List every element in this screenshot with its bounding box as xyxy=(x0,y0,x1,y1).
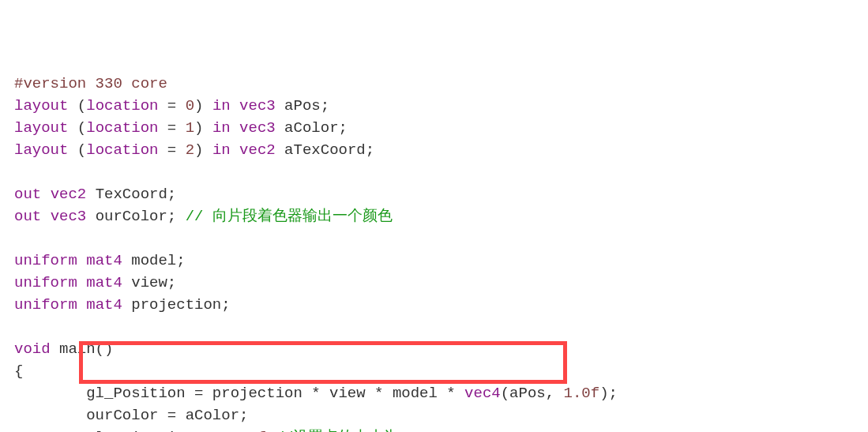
code-token: ) xyxy=(194,97,212,115)
code-token: ( xyxy=(68,141,86,159)
code-token xyxy=(77,296,86,314)
code-line[interactable]: layout (location = 0) in vec3 aPos; xyxy=(14,95,854,117)
code-token: gl_Position = projection * view * model … xyxy=(14,385,464,402)
code-token: 1.0f xyxy=(564,385,600,402)
code-token: location xyxy=(86,97,158,115)
code-token: uniform xyxy=(14,296,77,314)
code-token: 10.0f xyxy=(221,429,266,432)
code-line[interactable]: uniform mat4 projection; xyxy=(14,294,854,316)
code-token: = xyxy=(158,97,185,115)
code-token: uniform xyxy=(14,274,77,291)
code-token: layout xyxy=(14,141,68,159)
code-token: vec2 xyxy=(239,141,276,159)
code-token xyxy=(41,186,50,203)
code-token: vec2 xyxy=(51,186,87,203)
code-token: ; xyxy=(266,429,275,432)
code-token: projection; xyxy=(122,296,231,314)
code-line[interactable]: ourColor = aColor; xyxy=(14,404,854,426)
code-token: void xyxy=(14,340,51,358)
code-line[interactable]: gl_PointSize = 10.0f;//设置点的大小为10 xyxy=(14,426,854,432)
code-token: (aPos, xyxy=(501,385,564,402)
code-token: mat4 xyxy=(86,252,122,269)
code-editor[interactable]: #version 330 corelayout (location = 0) i… xyxy=(14,6,854,432)
code-token: layout xyxy=(14,97,68,115)
code-line[interactable]: gl_Position = projection * view * model … xyxy=(14,382,854,404)
code-token xyxy=(77,252,86,269)
code-token: ourColor = aColor; xyxy=(14,407,248,424)
code-token: location xyxy=(86,119,158,137)
code-line[interactable]: out vec3 ourColor; // 向片段着色器输出一个颜色 xyxy=(14,205,854,227)
code-token: = xyxy=(158,119,185,137)
code-token: ourColor; xyxy=(86,208,185,225)
code-token xyxy=(77,274,86,291)
code-token: mat4 xyxy=(86,274,122,291)
code-token xyxy=(231,119,239,137)
code-token: gl_PointSize = xyxy=(14,429,221,432)
code-line[interactable]: void main() xyxy=(14,338,854,360)
code-token: 1 xyxy=(186,119,194,137)
code-token: vec3 xyxy=(239,97,276,115)
code-token: vec3 xyxy=(51,208,87,225)
code-token: in xyxy=(212,97,231,115)
code-line[interactable]: layout (location = 2) in vec2 aTexCoord; xyxy=(14,139,854,161)
code-line[interactable]: #version 330 core xyxy=(14,73,854,95)
code-token xyxy=(41,208,50,225)
code-token: ( xyxy=(68,97,86,115)
code-token: mat4 xyxy=(86,296,122,314)
code-token: //设置点的大小为10 xyxy=(276,429,417,432)
code-line[interactable]: uniform mat4 view; xyxy=(14,272,854,294)
code-token: view; xyxy=(122,274,176,291)
code-token: ); xyxy=(599,385,618,402)
code-token xyxy=(231,97,239,115)
code-token: in xyxy=(212,141,231,159)
code-token: in xyxy=(212,119,231,137)
code-token: TexCoord; xyxy=(86,186,176,203)
code-token: 2 xyxy=(186,141,194,159)
code-token: location xyxy=(86,141,158,159)
code-token: #version 330 core xyxy=(14,75,167,92)
code-line[interactable]: layout (location = 1) in vec3 aColor; xyxy=(14,117,854,139)
code-token: vec3 xyxy=(239,119,276,137)
code-token: aPos; xyxy=(276,97,329,115)
code-token: ) xyxy=(194,141,212,159)
code-token: { xyxy=(14,363,23,380)
code-token: out xyxy=(14,186,41,203)
code-token: ) xyxy=(194,119,212,137)
code-line[interactable] xyxy=(14,161,854,183)
code-token: = xyxy=(158,141,185,159)
code-token: main() xyxy=(51,340,114,358)
code-token xyxy=(231,141,239,159)
code-token: vec4 xyxy=(464,385,501,402)
code-token: aColor; xyxy=(276,119,348,137)
code-token: model; xyxy=(122,252,186,269)
code-line[interactable] xyxy=(14,316,854,338)
code-token: out xyxy=(14,208,41,225)
code-token: 0 xyxy=(186,97,194,115)
code-token: uniform xyxy=(14,252,77,269)
code-token: ( xyxy=(68,119,86,137)
code-token: // 向片段着色器输出一个颜色 xyxy=(186,208,393,225)
code-token: layout xyxy=(14,119,68,137)
code-line[interactable]: { xyxy=(14,360,854,382)
code-token: aTexCoord; xyxy=(276,141,374,159)
code-line[interactable]: uniform mat4 model; xyxy=(14,250,854,272)
code-line[interactable] xyxy=(14,227,854,250)
code-line[interactable]: out vec2 TexCoord; xyxy=(14,183,854,205)
